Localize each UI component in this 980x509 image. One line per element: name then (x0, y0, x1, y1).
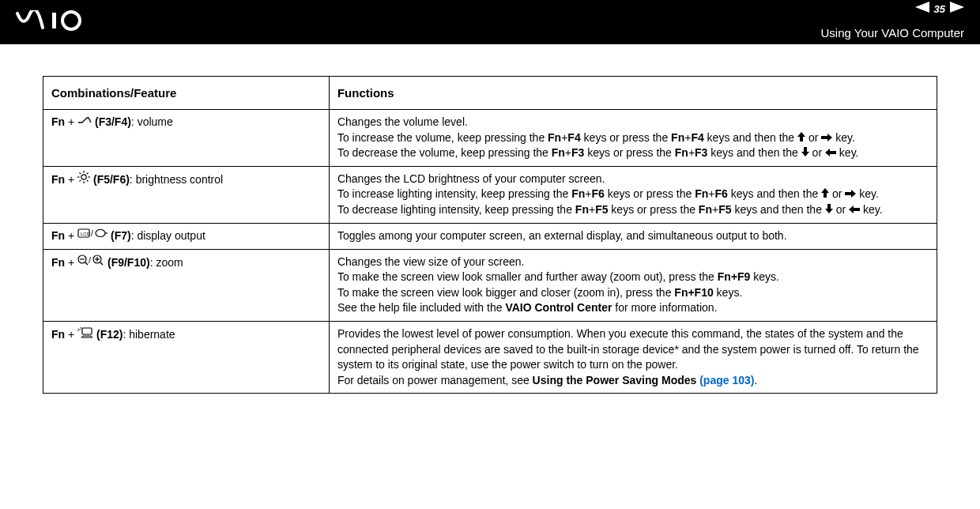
svg-point-24 (96, 230, 105, 237)
function-line: See the help file included with the VAIO… (337, 300, 929, 316)
combo-label: : volume (131, 115, 173, 128)
svg-point-1 (62, 12, 80, 29)
combo-keys: (F5/F6) (90, 172, 130, 185)
combo-keys: (F3/F4) (92, 115, 131, 128)
bold-text: Fn+F10 (674, 286, 713, 299)
combo-cell: Fn + LCD/ (F7): display output (43, 223, 330, 249)
svg-text:/: / (91, 229, 93, 238)
page-header: 35 Using Your VAIO Computer (0, 0, 980, 44)
content-area: Combinations/Feature Functions Fn + (F3/… (0, 44, 980, 394)
svg-text:LCD: LCD (81, 232, 91, 236)
page-link[interactable]: (page 103) (699, 374, 754, 386)
bold-text: F6 (714, 187, 727, 200)
svg-marker-17 (821, 188, 829, 198)
function-line: To decrease lighting intensity, keep pre… (337, 202, 929, 218)
function-cell: Changes the volume level.To increase the… (329, 110, 937, 167)
svg-marker-7 (825, 149, 836, 156)
svg-line-33 (100, 262, 103, 265)
right-arrow-icon (845, 187, 856, 202)
table-row: Fn + / (F9/F10): zoomChanges the view si… (43, 249, 937, 321)
function-line: To make the screen view look smaller and… (337, 270, 929, 285)
combo-keys: (F9/F10) (104, 255, 150, 268)
section-title: Using Your VAIO Computer (821, 26, 964, 40)
function-line: Changes the view size of your screen. (337, 254, 929, 270)
vaio-logo-icon (16, 10, 103, 34)
table-row: Fn + LCD/ (F7): display outputToggles am… (43, 223, 937, 249)
bold-text: F6 (591, 187, 604, 200)
table-header-row: Combinations/Feature Functions (43, 77, 937, 110)
bold-text: Fn (571, 187, 585, 200)
svg-line-28 (85, 262, 88, 265)
bold-text: F4 (567, 131, 580, 144)
svg-marker-5 (821, 134, 832, 141)
svg-marker-6 (801, 147, 809, 156)
right-arrow-icon (821, 131, 832, 145)
fn-prefix: Fn (51, 255, 65, 268)
function-line: Toggles among your computer screen, an e… (337, 228, 929, 244)
function-cell: Changes the LCD brightness of your compu… (329, 166, 937, 223)
table-row: Fn + (F3/F4): volumeChanges the volume l… (43, 110, 937, 167)
svg-marker-18 (845, 190, 856, 198)
svg-line-16 (87, 172, 89, 174)
svg-line-15 (80, 180, 81, 182)
brightness-icon (77, 171, 90, 188)
combo-label: : brightness control (130, 172, 223, 185)
bold-text: F3 (571, 146, 584, 159)
down-arrow-icon (825, 203, 833, 217)
bold-text: Fn (575, 203, 589, 216)
bold-text: Fn (552, 146, 565, 159)
page-nav: 35 (915, 2, 964, 16)
bold-text: Fn (695, 187, 708, 200)
svg-line-14 (87, 180, 89, 182)
bold-text: Fn+F9 (718, 270, 751, 283)
function-cell: Toggles among your computer screen, an e… (329, 223, 937, 249)
function-line: To decrease the volume, keep pressing th… (337, 145, 929, 161)
svg-point-8 (81, 175, 86, 179)
svg-marker-19 (825, 204, 833, 213)
bold-text: F4 (691, 131, 703, 144)
fn-prefix: Fn (51, 172, 65, 185)
combo-cell: Fn + (F3/F4): volume (43, 110, 330, 167)
combo-label: : zoom (150, 255, 183, 268)
function-line: Provides the lowest level of power consu… (337, 326, 929, 373)
bold-text: Fn (675, 146, 688, 159)
zoom-icon: / (77, 254, 104, 271)
combo-cell: Fn + (F5/F6): brightness control (43, 166, 330, 223)
svg-marker-4 (797, 132, 805, 141)
combo-label: : hibernate (122, 328, 175, 341)
bold-text: F5 (595, 203, 608, 216)
bold-text: Fn (671, 131, 684, 144)
combo-keys: (F12) (93, 328, 122, 341)
bold-text: Fn (699, 203, 712, 216)
next-page-button[interactable] (950, 2, 964, 16)
function-line: To increase lighting intensity, keep pre… (337, 187, 929, 202)
volume-icon (77, 115, 92, 130)
bold-text: F3 (695, 146, 707, 159)
fn-prefix: Fn (51, 229, 65, 242)
function-line: To make the screen view look bigger and … (337, 285, 929, 301)
combo-cell: Fn + / (F9/F10): zoom (43, 249, 330, 321)
function-line: For details on power management, see Usi… (337, 373, 929, 389)
bold-text: Fn (548, 131, 561, 144)
svg-rect-0 (52, 13, 56, 28)
combo-cell: Fn + zz (F12): hibernate (43, 322, 330, 394)
header-combinations: Combinations/Feature (43, 77, 330, 110)
function-line: To increase the volume, keep pressing th… (337, 130, 929, 146)
bold-text: Using the Power Saving Modes (533, 374, 697, 386)
bold-text: VAIO Control Center (505, 301, 612, 314)
svg-line-13 (80, 172, 81, 174)
svg-marker-20 (849, 205, 860, 213)
header-functions: Functions (329, 77, 937, 110)
up-arrow-icon (821, 187, 829, 202)
hibernate-icon: zz (77, 326, 93, 343)
svg-text:/: / (89, 255, 92, 265)
function-line: Changes the LCD brightness of your compu… (337, 172, 929, 187)
page-number: 35 (934, 3, 945, 15)
function-cell: Changes the view size of your screen.To … (329, 249, 937, 321)
prev-page-button[interactable] (915, 2, 929, 16)
function-cell: Provides the lowest level of power consu… (329, 322, 937, 394)
fn-prefix: Fn (51, 115, 65, 128)
display-icon: LCD/ (77, 228, 107, 243)
combo-label: : display output (131, 229, 205, 242)
down-arrow-icon (801, 146, 809, 160)
